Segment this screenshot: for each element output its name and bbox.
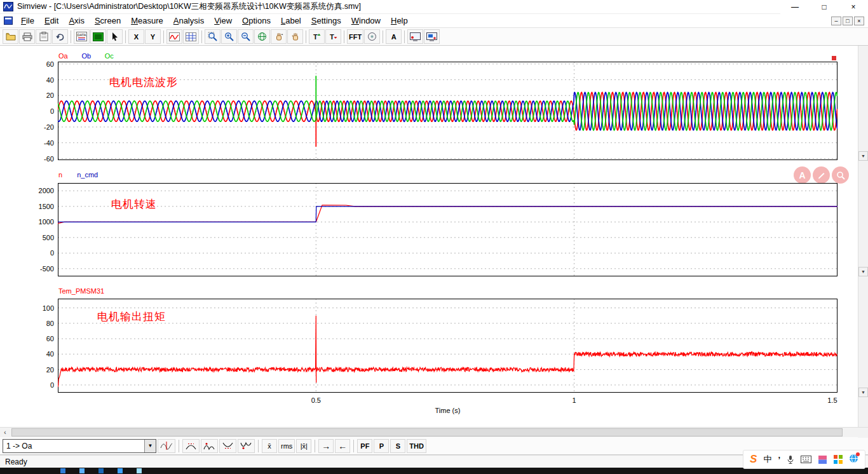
toolbar-separator [201, 30, 202, 43]
menu-file[interactable]: File [16, 15, 39, 27]
window-controls: — □ × [780, 0, 868, 14]
data-grid-button[interactable] [183, 29, 199, 44]
y-tick-label: 20 [26, 366, 54, 374]
channel-select-dropdown-button[interactable]: ▼ [144, 440, 156, 452]
menu-measure[interactable]: Measure [126, 15, 168, 27]
open-button[interactable] [3, 29, 18, 44]
measure-cursor-button[interactable] [158, 439, 175, 453]
taskbar-app-icon[interactable] [60, 468, 65, 473]
maximize-button[interactable]: □ [810, 0, 839, 14]
globe-view-button[interactable] [254, 29, 270, 44]
plot-annotation: 电机输出扭矩 [97, 309, 166, 324]
local-max-button[interactable] [201, 439, 218, 453]
local-min-button[interactable] [238, 439, 255, 453]
menu-window[interactable]: Window [346, 15, 386, 27]
open-folder-icon [6, 32, 16, 41]
rms-button[interactable]: rms [278, 439, 295, 453]
y-tick-label: 40 [26, 76, 54, 84]
vertical-scrollbar[interactable]: ▼ ▼ ▼ [858, 46, 868, 427]
data-icon: DATA [76, 32, 87, 41]
taskbar-app-icon[interactable] [98, 468, 104, 473]
waveform-cursor-icon [160, 441, 173, 450]
hscroll-track[interactable] [10, 428, 858, 438]
zoom-in-button[interactable] [221, 29, 237, 44]
paste-button[interactable] [36, 29, 51, 44]
curve-plot-button[interactable] [166, 29, 182, 44]
y-tick-label: 0 [26, 249, 54, 257]
svg-text:T: T [313, 33, 318, 41]
x-axis-button[interactable]: X [128, 29, 144, 44]
app-grid-icon[interactable] [834, 455, 843, 464]
menu-analysis[interactable]: Analysis [168, 15, 209, 27]
abs-mean-button[interactable]: |x̄| [296, 439, 311, 453]
measure-point-2-button[interactable]: T [325, 29, 341, 44]
punctuation-icon[interactable]: ’ [778, 455, 780, 464]
channel-select[interactable]: 1 -> Oa ▼ [3, 439, 156, 453]
undo-button[interactable] [52, 29, 68, 44]
text-label-button[interactable]: A [386, 29, 402, 44]
next-point-button[interactable]: → [318, 439, 334, 453]
pf-button[interactable]: PF [357, 439, 372, 453]
hscroll-thumb[interactable] [11, 428, 843, 437]
p-button[interactable]: P [374, 439, 389, 453]
zoom-out-button[interactable] [238, 29, 254, 44]
mdi-close-button[interactable]: × [854, 17, 864, 25]
menu-screen[interactable]: Screen [90, 15, 126, 27]
prev-point-button[interactable]: ← [335, 439, 350, 453]
print-button[interactable] [19, 29, 35, 44]
sogou-input-icon[interactable]: S [750, 453, 757, 466]
menu-settings[interactable]: Settings [306, 15, 346, 27]
pan-button[interactable] [287, 29, 303, 44]
hand-vertical-icon [275, 32, 283, 41]
pointer-button[interactable] [107, 29, 123, 44]
minimize-button[interactable]: — [780, 0, 810, 14]
global-min-button[interactable] [219, 439, 236, 453]
annotate-text-button[interactable]: A [794, 166, 811, 184]
zoom-select-button[interactable] [205, 29, 220, 44]
mdi-minimize-button[interactable]: – [831, 17, 841, 25]
y-tick-label: -60 [26, 155, 54, 163]
scroll-left-button[interactable]: ‹ [0, 428, 10, 438]
green-screen-icon [93, 32, 104, 41]
mean-button[interactable]: x̄ [262, 439, 277, 453]
measure-point-button[interactable]: T [309, 29, 325, 44]
undo-icon [55, 32, 65, 41]
pan-vertical-button[interactable] [271, 29, 287, 44]
mdi-restore-button[interactable]: □ [843, 17, 853, 25]
windows-taskbar[interactable] [0, 468, 868, 474]
toolbox-icon[interactable] [818, 455, 827, 464]
chinese-mode-icon[interactable]: 中 [763, 454, 771, 465]
menu-axis[interactable]: Axis [64, 15, 90, 27]
menu-view[interactable]: View [209, 15, 237, 27]
browser-tray-icon[interactable] [849, 454, 858, 466]
annotate-search-button[interactable] [832, 166, 849, 184]
scroll-down-plot1-button[interactable]: ▼ [858, 151, 868, 161]
s-button[interactable]: S [390, 439, 405, 453]
menu-label[interactable]: Label [276, 15, 306, 27]
thd-circle-button[interactable] [364, 29, 380, 44]
close-button[interactable]: × [839, 0, 868, 14]
menu-help[interactable]: Help [386, 15, 413, 27]
microphone-icon[interactable] [787, 455, 794, 464]
keyboard-icon[interactable] [801, 456, 811, 463]
taskbar-app-icon[interactable] [79, 468, 85, 473]
fft-button[interactable]: FFT [347, 29, 363, 44]
global-max-button[interactable] [182, 439, 200, 453]
screen-button[interactable] [90, 29, 106, 44]
main-toolbar: DATA X Y T T FFT A [0, 28, 868, 46]
pen-icon [817, 171, 825, 179]
scroll-down-plot2-button[interactable]: ▼ [858, 267, 868, 276]
taskbar-app-icon[interactable] [118, 468, 123, 473]
data-view-button[interactable]: DATA [74, 29, 90, 44]
screen-capture-2-button[interactable] [424, 29, 440, 44]
y-axis-button[interactable]: Y [145, 29, 161, 44]
screen-capture-button[interactable] [407, 29, 423, 44]
scroll-down-plot3-button[interactable]: ▼ [858, 388, 868, 397]
annotate-pen-button[interactable] [813, 166, 830, 184]
menu-edit[interactable]: Edit [39, 15, 64, 27]
status-text: Ready [5, 457, 27, 466]
horizontal-scrollbar[interactable]: ‹ [0, 427, 868, 437]
thd-button[interactable]: THD [407, 439, 426, 453]
menu-options[interactable]: Options [237, 15, 276, 27]
taskbar-app-icon[interactable] [137, 468, 142, 473]
